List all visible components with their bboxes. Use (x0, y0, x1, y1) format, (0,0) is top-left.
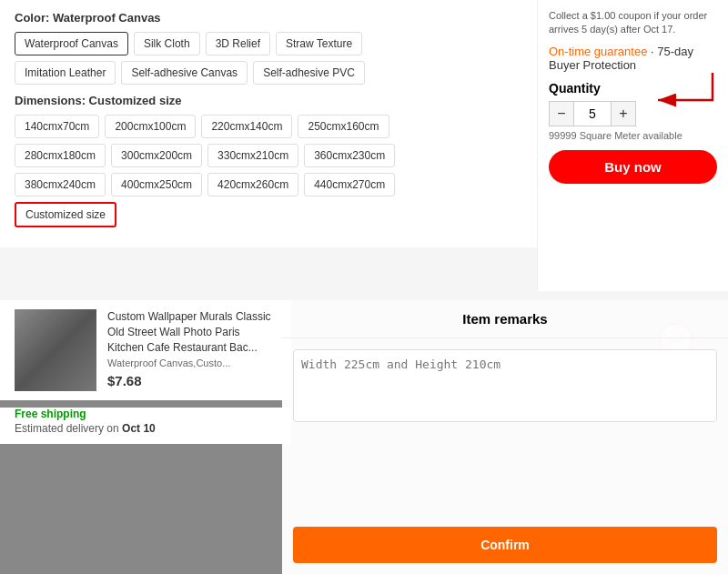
size-tag-6[interactable]: 330cmx210cm (207, 144, 298, 167)
product-img-inner (15, 309, 96, 391)
size-tag-custom[interactable]: Customized size (15, 202, 116, 227)
quantity-decrease-button[interactable]: − (549, 101, 574, 126)
size-tag-7[interactable]: 360cmx230cm (304, 144, 395, 167)
size-tag-0[interactable]: 140cmx70cm (15, 115, 99, 138)
quantity-available: 99999 Square Meter available (549, 130, 717, 141)
size-tag-9[interactable]: 400cmx250cm (111, 173, 202, 196)
size-tag-5[interactable]: 300cmx200cm (111, 144, 202, 167)
tag-silk-cloth[interactable]: Silk Cloth (134, 32, 200, 55)
right-panel: Collect a $1.00 coupon if your order arr… (537, 0, 728, 291)
modal-title: Item remarks (282, 300, 728, 338)
tag-self-adhesive-canvas[interactable]: Self-adhesive Canvas (121, 61, 248, 85)
size-tag-3[interactable]: 250cmx160cm (298, 115, 389, 138)
product-price: $7.68 (107, 373, 277, 388)
product-title: Custom Wallpaper Murals Classic Old Stre… (107, 309, 277, 355)
delivery-date: Oct 10 (122, 422, 156, 435)
product-subtitle: Waterproof Canvas,Custo... (107, 357, 277, 368)
product-info: Custom Wallpaper Murals Classic Old Stre… (107, 309, 277, 388)
item-remarks-modal: Item remarks Confirm (282, 300, 728, 574)
size-tag-10[interactable]: 420cmx260cm (207, 173, 298, 196)
product-image (15, 309, 96, 391)
tag-straw-texture[interactable]: Straw Texture (276, 32, 362, 55)
quantity-value: 5 (574, 101, 611, 126)
arrow-indicator (649, 68, 722, 114)
size-tag-8[interactable]: 380cmx240cm (15, 173, 106, 196)
service-link[interactable]: On-time guarantee (549, 45, 647, 58)
tag-imitation-leather[interactable]: Imitation Leather (15, 61, 116, 85)
tag-self-adhesive-pvc[interactable]: Self-adhesive PVC (253, 61, 365, 85)
size-tag-11[interactable]: 440cmx270cm (304, 173, 395, 196)
size-tag-1[interactable]: 200cmx100cm (105, 115, 196, 138)
size-tag-4[interactable]: 280cmx180cm (15, 144, 106, 167)
shipping-info: Free shipping Estimated delivery on Oct … (0, 408, 291, 444)
quantity-increase-button[interactable]: + (611, 101, 636, 126)
size-tag-2[interactable]: 220cmx140cm (201, 115, 292, 138)
tag-waterproof-canvas[interactable]: Waterproof Canvas (15, 32, 128, 55)
delivery-text: Estimated delivery on (15, 422, 119, 435)
tag-3d-relief[interactable]: 3D Relief (206, 32, 270, 55)
confirm-button[interactable]: Confirm (293, 527, 717, 563)
free-shipping: Free shipping (15, 408, 277, 420)
delivery-info: Estimated delivery on Oct 10 (15, 422, 277, 435)
modal-body (282, 338, 728, 527)
remarks-textarea[interactable] (293, 349, 717, 422)
buy-now-button[interactable]: Buy now (549, 150, 717, 184)
product-card: Custom Wallpaper Murals Classic Old Stre… (0, 300, 291, 400)
coupon-text: Collect a $1.00 coupon if your order arr… (549, 9, 717, 37)
